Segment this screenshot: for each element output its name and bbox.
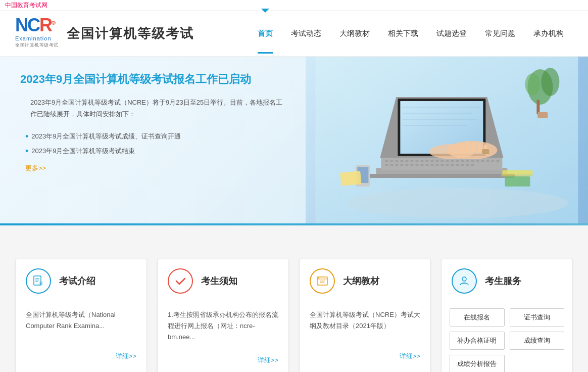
- svg-rect-36: [426, 164, 429, 166]
- card-notice-text: 1.考生按照省级承办机构公布的报名流程进行网上报名（网址：ncre-bm.nee…: [168, 309, 278, 343]
- card-notice: 考生须知 1.考生按照省级承办机构公布的报名流程进行网上报名（网址：ncre-b…: [157, 259, 289, 372]
- service-btn-cert[interactable]: 证书查询: [510, 308, 565, 327]
- service-btn-analysis[interactable]: 成绩分析报告: [450, 355, 505, 372]
- svg-rect-60: [482, 149, 489, 154]
- svg-rect-23: [476, 160, 479, 162]
- svg-rect-12: [421, 160, 424, 162]
- hero-banner: 2023年9月全国计算机等级考试报名工作已启动 2023年9月全国计算机等级考试…: [0, 57, 588, 223]
- svg-rect-25: [486, 160, 489, 162]
- svg-rect-65: [538, 112, 548, 118]
- svg-rect-37: [431, 164, 434, 166]
- service-btn-score[interactable]: 成绩查询: [510, 332, 565, 350]
- main-nav: 首页 考试动态 大纲教材 相关下载 试题选登 常见问题 承办机构: [249, 14, 573, 54]
- nav-item-questions[interactable]: 试题选登: [427, 14, 476, 54]
- svg-rect-38: [436, 164, 439, 166]
- svg-rect-76: [39, 282, 43, 286]
- svg-rect-45: [471, 164, 474, 166]
- logo-n: N: [15, 15, 27, 35]
- svg-rect-57: [472, 142, 476, 152]
- svg-rect-44: [466, 164, 469, 166]
- svg-rect-5: [385, 160, 388, 162]
- hero-illustration: [306, 57, 588, 223]
- nav-item-home[interactable]: 首页: [249, 14, 282, 54]
- nav-item-syllabus[interactable]: 大纲教材: [330, 14, 379, 54]
- card-syllabus-text: 全国计算机等级考试（NCRE）考试大纲及教材目录（2021年版）: [310, 309, 420, 332]
- nav-item-org[interactable]: 承办机构: [524, 14, 573, 54]
- svg-rect-14: [431, 160, 434, 162]
- card-service-icon: [452, 268, 477, 294]
- card-syllabus-body: 全国计算机等级考试（NCRE）考试大纲及教材目录（2021年版）: [300, 301, 430, 347]
- svg-point-63: [525, 73, 541, 96]
- logo-exam-sub: 全国计算机等级考试: [15, 42, 61, 49]
- hero-image: [306, 57, 588, 223]
- hero-image-inner: [306, 57, 588, 223]
- top-bar-link[interactable]: 中国教育考试网: [5, 2, 47, 9]
- svg-point-62: [542, 68, 560, 96]
- svg-point-1: [346, 188, 568, 218]
- svg-rect-32: [406, 164, 409, 166]
- svg-rect-24: [481, 160, 484, 162]
- svg-rect-17: [446, 160, 449, 162]
- svg-rect-10: [411, 160, 414, 162]
- service-btn-reissue[interactable]: 补办合格证明: [450, 332, 505, 350]
- hero-list-item-1: 2023年9月全国计算机等级考试成绩、证书查询开通: [25, 129, 285, 144]
- card-intro-body: 全国计算机等级考试（National Computer Rank Examina…: [16, 301, 146, 347]
- card-intro-footer: 详细>>: [16, 347, 146, 369]
- card-syllabus-icon: [310, 268, 335, 294]
- svg-rect-21: [466, 160, 469, 162]
- logo-reg: ®: [52, 20, 55, 26]
- card-syllabus-detail[interactable]: 详细>>: [400, 352, 420, 360]
- svg-rect-26: [492, 160, 495, 162]
- card-service-title: 考生服务: [485, 275, 521, 287]
- svg-rect-41: [451, 164, 454, 166]
- card-service-header: 考生服务: [442, 259, 572, 301]
- card-service-body: 在线报名 证书查询 补办合格证明 成绩查询 成绩分析报告: [442, 301, 572, 372]
- card-notice-footer: 详细>>: [158, 351, 288, 372]
- svg-rect-6: [390, 160, 394, 162]
- svg-rect-43: [461, 164, 464, 166]
- svg-rect-13: [426, 160, 429, 162]
- nav-item-news[interactable]: 考试动态: [282, 14, 330, 54]
- site-title: 全国计算机等级考试: [67, 25, 194, 42]
- header: NCR® Examination 全国计算机等级考试 全国计算机等级考试 首页 …: [0, 11, 588, 57]
- svg-rect-42: [456, 164, 459, 166]
- svg-rect-22: [471, 160, 474, 162]
- logo-c: C: [27, 15, 39, 35]
- svg-rect-27: [497, 160, 500, 162]
- hero-more-link[interactable]: 更多>>: [20, 164, 285, 173]
- svg-rect-34: [416, 164, 419, 166]
- svg-rect-30: [396, 164, 399, 166]
- card-notice-title: 考生须知: [201, 275, 237, 287]
- svg-rect-33: [411, 164, 414, 166]
- svg-rect-18: [451, 160, 454, 162]
- card-intro: 考试介绍 全国计算机等级考试（National Computer Rank Ex…: [15, 259, 147, 372]
- svg-rect-15: [436, 160, 439, 162]
- nav-item-download[interactable]: 相关下载: [379, 14, 427, 54]
- top-bar: 中国教育考试网: [0, 0, 588, 11]
- card-notice-detail[interactable]: 详细>>: [258, 356, 278, 364]
- card-syllabus-title: 大纲教材: [343, 275, 379, 287]
- svg-rect-67: [502, 174, 533, 176]
- logo-ncr: NCR®: [15, 16, 55, 34]
- service-btn-register[interactable]: 在线报名: [450, 308, 505, 327]
- nav-item-faq[interactable]: 常见问题: [476, 14, 524, 54]
- svg-rect-20: [461, 160, 464, 162]
- card-intro-text: 全国计算机等级考试（National Computer Rank Examina…: [26, 309, 136, 332]
- svg-point-83: [318, 277, 319, 278]
- svg-rect-31: [401, 164, 404, 166]
- svg-rect-11: [416, 160, 419, 162]
- card-syllabus: 大纲教材 全国计算机等级考试（NCRE）考试大纲及教材目录（2021年版） 详细…: [299, 259, 431, 372]
- card-notice-header: 考生须知: [158, 259, 288, 301]
- card-notice-icon: [168, 268, 193, 294]
- logo-area: NCR® Examination 全国计算机等级考试 全国计算机等级考试: [15, 16, 194, 52]
- svg-rect-85: [462, 282, 466, 283]
- hero-list-item-2: 2023年9月全国计算机等级考试结束: [25, 144, 285, 159]
- hero-title: 2023年9月全国计算机等级考试报名工作已启动: [20, 72, 285, 87]
- hero-desc: 2023年9月全国计算机等级考试（NCRE）将于9月23日至25日举行。目前，各…: [20, 97, 285, 120]
- card-intro-detail[interactable]: 详细>>: [116, 352, 136, 360]
- svg-rect-68: [505, 176, 530, 187]
- svg-rect-66: [503, 170, 533, 174]
- svg-rect-58: [478, 143, 482, 152]
- svg-rect-19: [456, 160, 459, 162]
- svg-rect-35: [421, 164, 424, 166]
